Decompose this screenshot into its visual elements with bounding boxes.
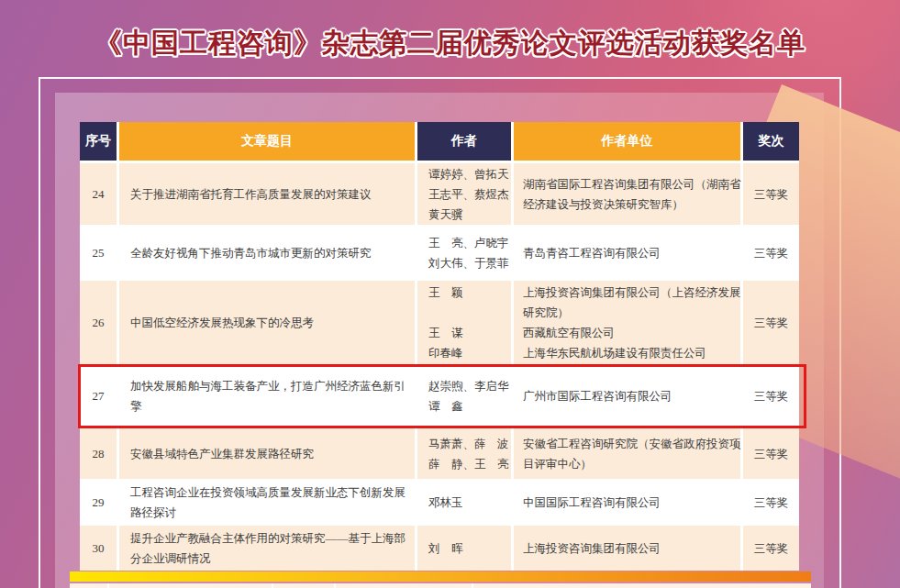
cell-article-title: 安徽县域特色产业集群发展路径研究 — [119, 428, 415, 479]
header-cell: 序号 — [80, 122, 117, 161]
cell-number: 26 — [80, 281, 117, 364]
cell-authors: 王 亮、卢晓宇刘大伟、于景菲 — [417, 227, 511, 278]
header-cell: 作者 — [417, 122, 511, 161]
column-divider — [107, 583, 109, 588]
cell-number: 24 — [80, 163, 117, 225]
cell-award-level: 三等奖 — [743, 163, 799, 225]
cell-organization: 中国国际工程咨询有限公司 — [514, 482, 740, 523]
cell-award-level: 三等奖 — [743, 526, 799, 571]
cell-organization: 上海投资咨询集团有限公司 — [514, 526, 740, 571]
header-cell: 奖次 — [743, 122, 799, 161]
cell-number: 30 — [80, 526, 117, 571]
cell-article-title: 全龄友好视角下推动青岛市城市更新的对策研究 — [119, 227, 415, 278]
header-cell: 文章题目 — [119, 122, 415, 161]
cell-organization: 安徽省工程咨询研究院（安徽省政府投资项目评审中心） — [514, 428, 740, 479]
cell-article-title: 工程咨询企业在投资领域高质量发展新业态下创新发展路径探讨 — [119, 482, 415, 523]
cell-award-level: 三等奖 — [743, 482, 799, 523]
cell-award-level: 三等奖 — [743, 227, 799, 278]
page-title: 《中国工程咨询》杂志第二届优秀论文评选活动获奖名单 — [0, 25, 900, 62]
table-row: 24 关于推进湖南省托育工作高质量发展的对策建议 谭婷婷、曾拓天王志平、蔡煜杰黄… — [80, 163, 799, 225]
cell-authors: 赵崇煦、李启华谭 鑫 — [417, 367, 511, 426]
cell-number: 29 — [80, 482, 117, 523]
decor-gradient-bar — [70, 571, 811, 582]
award-table-body: 24 关于推进湖南省托育工作高质量发展的对策建议 谭婷婷、曾拓天王志平、蔡煜杰黄… — [80, 163, 799, 571]
cell-article-title: 提升企业产教融合主体作用的对策研究——基于上海部分企业调研情况 — [119, 526, 415, 571]
table-row: 30 提升企业产教融合主体作用的对策研究——基于上海部分企业调研情况 刘 晖 上… — [80, 526, 799, 571]
table-row: 29 工程咨询企业在投资领域高质量发展新业态下创新发展路径探讨 邓林玉 中国国际… — [80, 482, 799, 523]
cell-authors: 刘 晖 — [417, 526, 511, 571]
cell-authors: 邓林玉 — [417, 482, 511, 523]
cell-award-level: 三等奖 — [743, 428, 799, 479]
cell-article-title: 加快发展船舶与海工装备产业，打造广州经济蓝色新引擎 — [119, 367, 415, 426]
cell-organization: 广州市国际工程咨询有限公司 — [514, 367, 740, 426]
cell-award-level: 三等奖 — [743, 281, 799, 364]
table-row: 26 中国低空经济发展热现象下的冷思考 王 颖 王 谋印春峰 上海投资咨询集团有… — [80, 281, 799, 364]
next-table-section-partial — [70, 583, 811, 588]
cell-organization: 湖南省国际工程咨询集团有限公司（湖南省经济建设与投资决策研究智库） — [514, 163, 740, 225]
column-divider — [334, 583, 336, 588]
table-row: 28 安徽县域特色产业集群发展路径研究 马萧萧、薛 波薛 静、王 亮 安徽省工程… — [80, 428, 799, 479]
cell-number: 25 — [80, 227, 117, 278]
table-header-row: 序号文章题目作者作者单位奖次 — [80, 122, 799, 161]
award-table: 序号文章题目作者作者单位奖次 24 关于推进湖南省托育工作高质量发展的对策建议 … — [80, 122, 799, 571]
cell-authors: 马萧萧、薛 波薛 静、王 亮 — [417, 428, 511, 479]
header-cell: 作者单位 — [514, 122, 740, 161]
cell-article-title: 中国低空经济发展热现象下的冷思考 — [119, 281, 415, 364]
cell-authors: 谭婷婷、曾拓天王志平、蔡煜杰黄天骥 — [417, 163, 511, 225]
poster-background: 《中国工程咨询》杂志第二届优秀论文评选活动获奖名单 序号文章题目作者作者单位奖次… — [0, 0, 900, 588]
cell-number: 27 — [80, 367, 117, 426]
table-row: 25 全龄友好视角下推动青岛市城市更新的对策研究 王 亮、卢晓宇刘大伟、于景菲 … — [80, 227, 799, 278]
cell-authors: 王 颖 王 谋印春峰 — [417, 281, 511, 364]
column-divider — [472, 583, 473, 588]
column-divider — [272, 583, 273, 588]
table-row: 27 加快发展船舶与海工装备产业，打造广州经济蓝色新引擎 赵崇煦、李启华谭 鑫 … — [80, 367, 799, 426]
cell-organization: 青岛青咨工程咨询有限公司 — [514, 227, 740, 278]
cell-award-level: 三等奖 — [743, 367, 799, 426]
cell-organization: 上海投资咨询集团有限公司（上咨经济发展研究院）西藏航空有限公司上海华东民航机场建… — [514, 281, 740, 364]
cell-number: 28 — [80, 428, 117, 479]
cell-article-title: 关于推进湖南省托育工作高质量发展的对策建议 — [119, 163, 415, 225]
